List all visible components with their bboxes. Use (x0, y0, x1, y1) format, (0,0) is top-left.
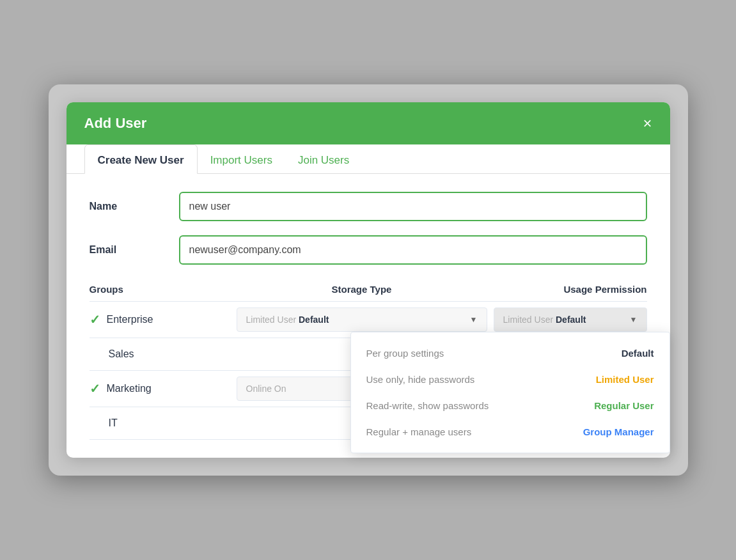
name-row: Name (90, 192, 647, 221)
group-name-marketing: Marketing (107, 383, 152, 394)
dropdown-item-limited[interactable]: Use only, hide passwords Limited User (351, 366, 669, 393)
check-icon-marketing: ✓ (90, 381, 100, 396)
email-input[interactable] (179, 235, 647, 265)
permission-label-enterprise: Limited User Default (503, 315, 586, 325)
storage-cell-enterprise: Limited User Default ▼ (230, 307, 494, 332)
tab-import-users[interactable]: Import Users (198, 145, 285, 173)
storage-label-marketing: Online On (246, 384, 286, 394)
name-input[interactable] (179, 192, 647, 221)
group-name-sales: Sales (109, 348, 134, 360)
group-name-it: IT (109, 417, 118, 429)
group-cell-sales: Sales (90, 338, 230, 370)
tabs-container: Create New User Import Users Join Users (67, 144, 670, 173)
col-storage-header: Storage Type (230, 284, 494, 295)
table-row-enterprise: ✓ Enterprise Limited User Default ▼ (90, 302, 647, 338)
group-cell-it: IT (90, 407, 230, 439)
check-icon-enterprise: ✓ (90, 312, 100, 327)
chevron-down-icon-perm: ▼ (630, 315, 638, 324)
permission-cell-enterprise: Limited User Default ▼ Per group setting… (494, 307, 647, 332)
storage-label-enterprise: Limited User Default (246, 315, 329, 325)
tab-join-users[interactable]: Join Users (285, 145, 362, 173)
table-header: Groups Storage Type Usage Permission (90, 279, 647, 302)
email-label: Email (90, 244, 179, 256)
dropdown-item-manager[interactable]: Regular + manage users Group Manager (351, 419, 669, 445)
modal-title: Add User (84, 115, 147, 132)
name-label: Name (90, 201, 179, 212)
window-frame: Add User × Create New User Import Users … (49, 84, 688, 476)
col-permission-header: Usage Permission (494, 284, 647, 295)
form-body: Name Email Groups Storage Type Usage Per… (67, 174, 670, 458)
permission-dropdown-enterprise[interactable]: Limited User Default ▼ (494, 307, 647, 332)
groups-table: Groups Storage Type Usage Permission ✓ E… (90, 279, 647, 440)
group-cell-enterprise: ✓ Enterprise (90, 302, 230, 338)
modal: Add User × Create New User Import Users … (67, 102, 670, 458)
modal-header: Add User × (67, 102, 670, 144)
dropdown-item-default[interactable]: Per group settings Default (351, 340, 669, 366)
group-name-enterprise: Enterprise (107, 314, 153, 325)
permission-dropdown-menu: Per group settings Default Use only, hid… (350, 332, 670, 453)
tab-create-new-user[interactable]: Create New User (84, 144, 198, 174)
chevron-down-icon: ▼ (470, 315, 478, 324)
dropdown-item-regular[interactable]: Read-write, show passwords Regular User (351, 393, 669, 419)
storage-dropdown-enterprise[interactable]: Limited User Default ▼ (237, 307, 487, 332)
col-groups-header: Groups (90, 284, 230, 295)
email-row: Email (90, 235, 647, 265)
group-cell-marketing: ✓ Marketing (90, 371, 230, 407)
close-button[interactable]: × (643, 116, 652, 131)
